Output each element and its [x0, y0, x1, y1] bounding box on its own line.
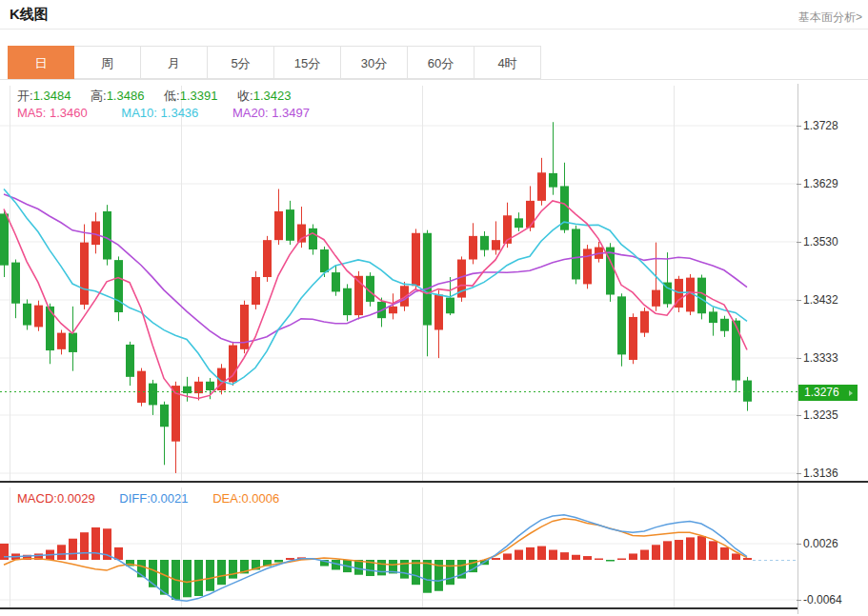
- candle-body: [389, 307, 397, 313]
- macd-bar: [57, 545, 66, 560]
- candle-body: [446, 298, 454, 314]
- ma20-value: 1.3497: [272, 106, 310, 120]
- candle-body: [537, 172, 546, 201]
- macd-value: 0.0029: [57, 491, 95, 506]
- candle-body: [617, 296, 626, 354]
- candle-body: [492, 240, 500, 249]
- dea-value: 0.0006: [242, 491, 280, 506]
- candle-body: [34, 306, 43, 328]
- ma10-label: MA10:: [121, 106, 157, 120]
- candle-body: [480, 236, 489, 250]
- candle-body: [114, 260, 123, 312]
- diff-value: 0.0021: [151, 491, 189, 506]
- candle-body: [206, 382, 214, 390]
- candle-body: [343, 288, 352, 315]
- ma20-label: MA20:: [232, 106, 269, 120]
- macd-bar: [720, 547, 729, 560]
- candle-body: [640, 311, 649, 333]
- candle-body: [434, 295, 443, 330]
- macd-bar: [183, 560, 192, 597]
- macd-bar: [274, 560, 283, 563]
- axis-tick: 1.3629: [803, 177, 838, 190]
- candle-body: [149, 384, 157, 406]
- candle-body: [80, 243, 89, 305]
- axis-tick: 1.3136: [803, 467, 838, 480]
- macd-bottom-border: [0, 607, 797, 609]
- high-value: 1.3486: [107, 89, 145, 103]
- macd-bar: [515, 550, 523, 560]
- candle-body: [412, 233, 420, 286]
- close-label: 收:: [237, 89, 253, 103]
- candle-body: [297, 225, 306, 243]
- axis-tick: 1.3728: [803, 119, 838, 132]
- macd-bar: [629, 553, 637, 560]
- ma5-value: 1.3460: [50, 106, 88, 120]
- macd-bar: [697, 536, 706, 560]
- candle-body: [332, 272, 340, 291]
- candle-body: [57, 333, 66, 349]
- candle-body: [252, 277, 260, 305]
- candle-body: [286, 209, 294, 241]
- ma5-label: MA5:: [17, 106, 46, 120]
- macd-bar: [377, 560, 386, 575]
- candle-body: [103, 211, 111, 260]
- current-price-badge: 1.3276: [798, 385, 858, 401]
- low-value: 1.3391: [180, 89, 218, 103]
- ohlc-readout: 开:1.3484 高:1.3486 低:1.3391 收:1.3423: [17, 88, 307, 105]
- macd-bar: [423, 560, 432, 593]
- macd-bar: [732, 553, 740, 560]
- macd-bar: [217, 560, 226, 585]
- candle-body: [583, 248, 592, 284]
- candle-body: [732, 321, 740, 381]
- candle-body: [137, 371, 146, 403]
- macd-readout: MACD:0.0029 DIFF:0.0021 DEA:0.0006: [17, 491, 300, 506]
- macd-bar: [503, 553, 512, 560]
- macd-bar: [686, 537, 695, 560]
- ma10-value: 1.3436: [161, 106, 199, 120]
- axis-tick: 1.3432: [803, 293, 838, 307]
- candle-body: [69, 333, 77, 352]
- close-value: 1.3423: [253, 89, 292, 103]
- candle-body: [629, 317, 637, 360]
- candle-body: [309, 229, 317, 249]
- macd-bar: [595, 559, 603, 561]
- open-label: 开:: [17, 89, 33, 103]
- candle-body: [515, 218, 523, 228]
- macd-bar: [663, 541, 672, 560]
- candle-body: [720, 319, 729, 331]
- candle-body: [274, 211, 283, 240]
- candle-body: [549, 173, 557, 188]
- macd-bar: [206, 560, 214, 591]
- dea-label: DEA:: [212, 491, 241, 506]
- high-label: 高:: [91, 89, 107, 103]
- axis-tick: 1.3333: [803, 351, 838, 365]
- macd-bar: [446, 560, 454, 585]
- macd-bar: [69, 539, 77, 560]
- candle-body: [11, 263, 20, 304]
- macd-bar: [229, 560, 237, 579]
- fundamental-analysis-link[interactable]: 基本面分析>: [798, 10, 862, 26]
- macd-bar: [400, 560, 409, 579]
- candle-body: [160, 405, 169, 427]
- macd-bar: [492, 558, 500, 560]
- macd-bar: [640, 550, 649, 560]
- candle-body: [0, 213, 9, 265]
- candle-body: [469, 236, 477, 260]
- macd-bar: [80, 532, 89, 560]
- candle-body: [23, 304, 31, 326]
- macd-bar: [743, 558, 752, 560]
- ma-readout: MA5: 1.3460 MA10: 1.3436 MA20: 1.3497: [17, 106, 340, 120]
- candle-body: [423, 233, 432, 326]
- candle-body: [320, 249, 329, 272]
- diff-label: DIFF:: [119, 491, 151, 506]
- macd-bar: [606, 560, 615, 562]
- candle-body: [652, 290, 660, 307]
- macd-bar: [194, 560, 203, 596]
- axis-tick: -0.0064: [803, 593, 842, 606]
- macd-bar: [526, 547, 535, 560]
- macd-bar: [617, 559, 626, 561]
- macd-bar: [709, 541, 717, 560]
- low-label: 低:: [164, 89, 180, 103]
- macd-bar: [549, 550, 557, 560]
- axis-tick: 1.3235: [803, 408, 838, 422]
